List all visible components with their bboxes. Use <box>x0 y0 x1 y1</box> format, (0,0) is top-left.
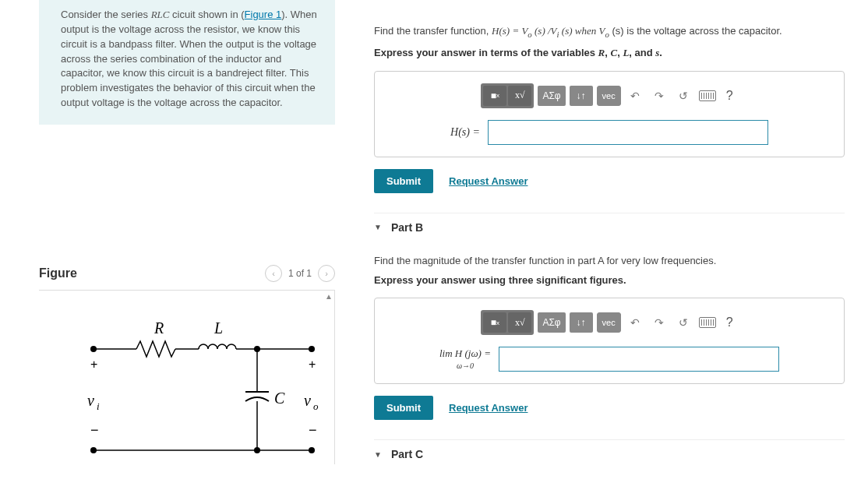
part-b-question: Find the magnitude of the transfer funct… <box>374 253 845 269</box>
part-a-submit-button[interactable]: Submit <box>374 169 433 193</box>
figure-next-button[interactable]: › <box>318 265 335 282</box>
reset-button[interactable]: ↺ <box>673 86 693 106</box>
keyboard-icon[interactable] <box>697 86 718 106</box>
caret-down-icon: ▼ <box>374 223 382 231</box>
keyboard-icon[interactable] <box>697 312 718 333</box>
scroll-up-icon[interactable]: ▲ <box>325 292 333 301</box>
problem-intro: Consider the series RLC cicuit shown in … <box>39 0 335 125</box>
part-b-answer-label: lim H (jω) = ω→0 <box>439 347 491 372</box>
part-a-instruction: Express your answer in terms of the vari… <box>374 47 845 59</box>
svg-text:o: o <box>313 400 319 412</box>
part-a-request-answer-link[interactable]: Request Answer <box>449 175 528 187</box>
part-b-request-answer-link[interactable]: Request Answer <box>449 402 528 414</box>
svg-point-11 <box>309 346 315 352</box>
undo-button[interactable]: ↶ <box>625 86 645 106</box>
svg-text:v: v <box>304 392 311 409</box>
greek-button[interactable]: ΑΣφ <box>538 312 565 333</box>
subscript-button[interactable]: ↓↑ <box>570 312 593 333</box>
figure-title: Figure <box>39 266 77 280</box>
svg-text:L: L <box>213 319 223 337</box>
help-button[interactable]: ? <box>722 315 738 330</box>
svg-point-12 <box>309 447 315 453</box>
part-a-answer-label: H(s) = <box>450 126 480 139</box>
redo-button[interactable]: ↷ <box>649 312 669 333</box>
subscript-button[interactable]: ↓↑ <box>570 86 593 106</box>
greek-button[interactable]: ΑΣφ <box>538 86 565 106</box>
part-b-submit-button[interactable]: Submit <box>374 396 433 420</box>
svg-text:C: C <box>274 389 285 407</box>
help-button[interactable]: ? <box>722 89 738 103</box>
templates-button[interactable]: ■x <box>483 312 506 333</box>
part-a-answer-input[interactable] <box>488 120 768 145</box>
figure-counter: 1 of 1 <box>288 268 312 279</box>
sqrt-button[interactable]: x√ <box>508 86 531 106</box>
caret-down-icon: ▼ <box>374 450 382 459</box>
reset-button[interactable]: ↺ <box>673 312 693 333</box>
undo-button[interactable]: ↶ <box>625 312 645 333</box>
sqrt-button[interactable]: x√ <box>508 312 531 333</box>
part-b-header[interactable]: ▼ Part B <box>374 213 845 241</box>
svg-text:R: R <box>153 319 164 337</box>
redo-button[interactable]: ↷ <box>649 86 669 106</box>
svg-text:+: + <box>309 358 316 371</box>
svg-point-8 <box>90 447 97 453</box>
part-a-toolbar: ■x x√ ΑΣφ ↓↑ vec ↶ ↷ ↺ ? <box>390 83 828 108</box>
part-b-title: Part B <box>391 221 423 234</box>
svg-point-10 <box>254 447 260 453</box>
circuit-diagram: R L C + − + − v i v o <box>62 306 319 462</box>
svg-text:+: + <box>90 358 97 371</box>
figure-link[interactable]: Figure 1 <box>245 9 282 20</box>
templates-button[interactable]: ■x <box>483 86 506 106</box>
part-a-question: Find the transfer function, H(s) = Vo (s… <box>374 23 845 41</box>
svg-point-9 <box>254 346 260 352</box>
part-b-toolbar: ■x x√ ΑΣφ ↓↑ vec ↶ ↷ ↺ ? <box>390 310 828 335</box>
part-a-answer-card: ■x x√ ΑΣφ ↓↑ vec ↶ ↷ ↺ ? H(s) = <box>374 71 845 157</box>
svg-text:v: v <box>87 392 94 409</box>
svg-text:−: − <box>309 422 317 438</box>
part-b-answer-input[interactable] <box>499 347 779 372</box>
svg-text:−: − <box>90 422 99 438</box>
part-b-instruction: Express your answer using three signific… <box>374 274 845 286</box>
part-c-title: Part C <box>391 448 423 460</box>
part-b-answer-card: ■x x√ ΑΣφ ↓↑ vec ↶ ↷ ↺ ? lim H (jω) = ω→… <box>374 298 845 384</box>
svg-text:i: i <box>97 400 100 412</box>
svg-point-7 <box>90 346 97 352</box>
figure-header: Figure ‹ 1 of 1 › <box>39 265 335 291</box>
vec-button[interactable]: vec <box>597 86 621 106</box>
vec-button[interactable]: vec <box>597 312 621 333</box>
figure-body: ▲ <box>39 291 335 464</box>
figure-prev-button[interactable]: ‹ <box>265 265 282 282</box>
part-c-header[interactable]: ▼ Part C <box>374 439 845 468</box>
